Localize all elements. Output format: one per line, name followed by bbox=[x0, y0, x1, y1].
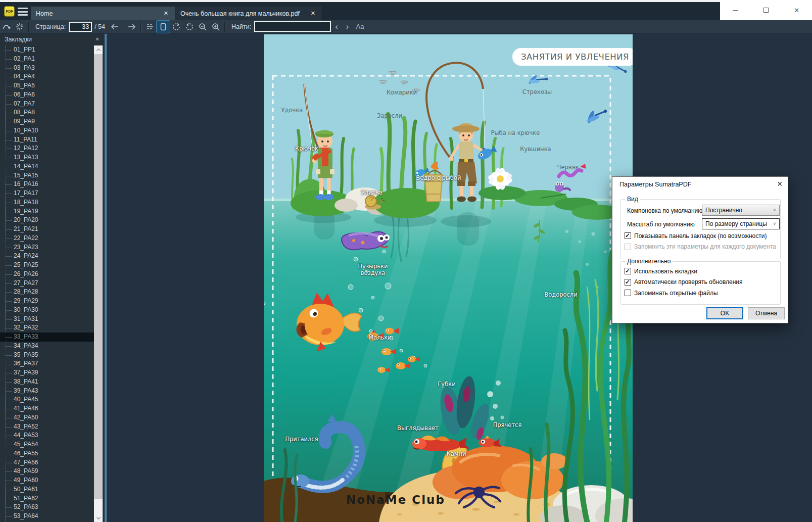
bookmark-item[interactable]: 13_PA13 bbox=[0, 153, 94, 162]
bookmark-item[interactable]: 47_PA56 bbox=[0, 458, 94, 467]
checkbox-row[interactable]: Автоматически проверять обновления bbox=[625, 278, 777, 286]
sumatra-pdf-logo-icon[interactable]: PDF bbox=[4, 6, 15, 17]
bookmark-item[interactable]: 41_PA46 bbox=[0, 404, 94, 413]
rotate-left-icon[interactable] bbox=[170, 21, 183, 33]
previous-page-icon[interactable] bbox=[108, 21, 121, 33]
bookmark-item[interactable]: 52_PA63 bbox=[0, 503, 94, 512]
page-label: Водоросли bbox=[544, 292, 577, 298]
sidebar-scrollbar[interactable] bbox=[94, 45, 103, 522]
bookmark-item[interactable]: 24_PA24 bbox=[0, 252, 94, 261]
bookmark-item[interactable]: 33_PA33 bbox=[0, 333, 94, 342]
bookmark-item[interactable]: 06_PA6 bbox=[0, 90, 94, 100]
fit-width-icon[interactable] bbox=[144, 21, 157, 33]
bookmark-item[interactable]: 15_PA15 bbox=[0, 171, 94, 180]
find-input[interactable] bbox=[254, 21, 331, 32]
find-label: Найти: bbox=[231, 23, 251, 30]
ok-button[interactable]: OK bbox=[706, 307, 743, 319]
bookmark-item[interactable]: 03_PA3 bbox=[0, 64, 94, 73]
bookmark-item[interactable]: 20_PA20 bbox=[0, 216, 94, 225]
zoom-in-icon[interactable] bbox=[209, 21, 222, 33]
checkbox-row[interactable]: Запомнить эти параметры для каждого доку… bbox=[625, 243, 777, 251]
bookmark-item[interactable]: 05_PA5 bbox=[0, 81, 94, 90]
scroll-down-icon[interactable] bbox=[94, 513, 103, 522]
bookmark-item[interactable]: 43_PA52 bbox=[0, 422, 94, 432]
open-file-icon[interactable] bbox=[0, 21, 13, 33]
bookmark-item[interactable]: 37_PA39 bbox=[0, 368, 94, 377]
bookmark-item[interactable]: 29_PA29 bbox=[0, 297, 94, 306]
cancel-button[interactable]: Отмена bbox=[748, 307, 785, 319]
bookmark-item[interactable]: 11_PA11 bbox=[0, 135, 94, 145]
bookmark-item[interactable]: 34_PA34 bbox=[0, 342, 94, 351]
bookmark-item[interactable]: 26_PA26 bbox=[0, 270, 94, 279]
bookmark-item[interactable]: 22_PA22 bbox=[0, 234, 94, 243]
bookmark-item[interactable]: 45_PA54 bbox=[0, 440, 94, 449]
zoom-select[interactable]: По размеру страницы˅ bbox=[702, 218, 780, 229]
scrollbar-thumb[interactable] bbox=[94, 54, 103, 499]
bookmark-item[interactable]: 30_PA30 bbox=[0, 306, 94, 315]
tab-close-icon[interactable]: ✕ bbox=[161, 9, 171, 18]
tab-close-icon[interactable]: ✕ bbox=[308, 9, 318, 18]
bookmark-item[interactable]: 09_PA9 bbox=[0, 117, 94, 126]
checkbox-row[interactable]: Запоминать открытые файлы bbox=[625, 289, 777, 297]
scroll-up-icon[interactable] bbox=[94, 45, 103, 54]
bookmark-item[interactable]: 02_PA1 bbox=[0, 55, 94, 64]
bookmark-item[interactable]: 35_PA35 bbox=[0, 351, 94, 360]
bookmark-item[interactable]: 31_PA31 bbox=[0, 315, 94, 324]
bookmark-item[interactable]: 07_PA7 bbox=[0, 100, 94, 109]
find-next-icon[interactable]: › bbox=[342, 22, 353, 32]
page-label: Губки bbox=[438, 381, 455, 388]
bookmark-item[interactable]: 28_PA28 bbox=[0, 288, 94, 297]
bookmark-item[interactable]: 44_PA53 bbox=[0, 431, 94, 440]
chevron-down-icon: ˅ bbox=[770, 208, 779, 213]
page-label: Рыба на крючке bbox=[491, 130, 540, 136]
close-button[interactable]: ✕ bbox=[781, 0, 812, 20]
minimize-button[interactable] bbox=[720, 0, 751, 20]
bookmark-item[interactable]: 18_PA18 bbox=[0, 198, 94, 207]
single-page-icon[interactable] bbox=[157, 21, 170, 33]
bookmark-item[interactable]: 50_PA61 bbox=[0, 485, 94, 494]
match-case-icon[interactable]: Aa bbox=[356, 23, 364, 30]
page-number-input[interactable] bbox=[69, 22, 92, 32]
sidebar-close-icon[interactable]: ✕ bbox=[95, 36, 100, 42]
bookmark-item[interactable]: 10_PA10 bbox=[0, 126, 94, 135]
layout-select[interactable]: Постранично˅ bbox=[702, 205, 780, 216]
bookmark-item[interactable]: 16_PA16 bbox=[0, 180, 94, 189]
page-label: Ведро с рыбой bbox=[416, 175, 461, 181]
print-icon[interactable] bbox=[13, 21, 26, 33]
bookmark-item[interactable]: 14_PA14 bbox=[0, 162, 94, 171]
bookmark-item[interactable]: 08_PA8 bbox=[0, 108, 94, 117]
bookmark-item[interactable]: 04_PA4 bbox=[0, 72, 94, 81]
maximize-button[interactable] bbox=[751, 0, 782, 20]
bookmark-item[interactable]: 27_PA27 bbox=[0, 279, 94, 288]
bookmark-item[interactable]: 21_PA21 bbox=[0, 225, 94, 234]
bookmark-item[interactable]: 39_PA43 bbox=[0, 387, 94, 396]
bookmark-item[interactable]: 46_PA55 bbox=[0, 449, 94, 458]
bookmark-item[interactable]: 53_PA64 bbox=[0, 512, 94, 521]
bookmark-item[interactable]: 38_PA41 bbox=[0, 377, 94, 387]
tab-home[interactable]: Home ✕ bbox=[31, 7, 175, 20]
find-previous-icon[interactable]: ‹ bbox=[331, 22, 342, 32]
dialog-close-icon[interactable]: ✕ bbox=[777, 180, 783, 188]
bookmark-item[interactable]: 49_PA60 bbox=[0, 476, 94, 485]
bookmark-item[interactable]: 25_PA25 bbox=[0, 261, 94, 270]
next-page-icon[interactable] bbox=[125, 21, 138, 33]
rotate-right-icon[interactable] bbox=[183, 21, 196, 33]
page-label: Выглядывает bbox=[397, 425, 439, 432]
bookmark-item[interactable]: 32_PA32 bbox=[0, 323, 94, 333]
bookmark-item[interactable]: 51_PA62 bbox=[0, 494, 94, 503]
bookmark-item[interactable]: 19_PA19 bbox=[0, 207, 94, 216]
checkbox-row[interactable]: Показывать панель закладок (по возможнос… bbox=[625, 232, 777, 240]
tab-document[interactable]: Очень большая книга для мальчиков.pdf ✕ bbox=[175, 7, 322, 20]
checkbox-row[interactable]: Использовать вкладки bbox=[625, 267, 777, 275]
bookmark-item[interactable]: 17_PA17 bbox=[0, 189, 94, 198]
sidebar-splitter[interactable] bbox=[103, 34, 107, 522]
bookmark-item[interactable]: 01_PP1 bbox=[0, 45, 94, 55]
bookmark-item[interactable]: 42_PA50 bbox=[0, 413, 94, 422]
bookmark-item[interactable]: 36_PA37 bbox=[0, 359, 94, 368]
bookmark-item[interactable]: 23_PA23 bbox=[0, 243, 94, 252]
hamburger-menu-icon[interactable] bbox=[18, 8, 28, 16]
bookmark-item[interactable]: 12_PA12 bbox=[0, 144, 94, 153]
zoom-out-icon[interactable] bbox=[196, 21, 209, 33]
bookmark-item[interactable]: 40_PA45 bbox=[0, 395, 94, 404]
bookmark-item[interactable]: 48_PA59 bbox=[0, 467, 94, 476]
